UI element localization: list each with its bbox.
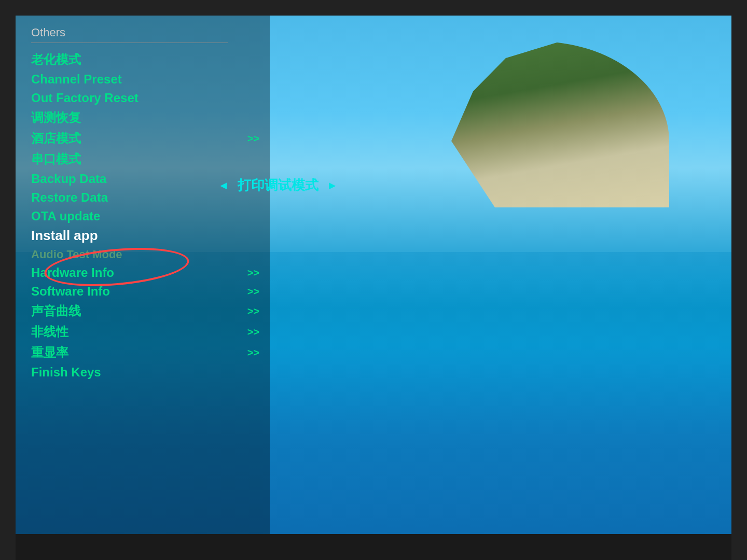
bezel-left <box>0 0 16 560</box>
menu-item-refresh-rate[interactable]: 重显率>> <box>31 342 270 363</box>
menu-item-arrow-hotel-mode: >> <box>247 133 259 145</box>
mode-arrow-left-icon: ◄ <box>218 179 229 192</box>
menu-item-label-hotel-mode: 酒店模式 <box>31 130 81 147</box>
menu-item-aging-mode[interactable]: 老化模式 <box>31 49 270 70</box>
menu-item-arrow-sound-curve: >> <box>247 305 259 317</box>
menu-item-label-finish-keys: Finish Keys <box>31 365 101 380</box>
menu-item-label-ota-update: OTA update <box>31 209 100 223</box>
mode-indicator-text: 打印调试模式 <box>238 176 319 194</box>
menu-item-label-sound-curve: 声音曲线 <box>31 303 81 319</box>
menu-item-hardware-info[interactable]: Hardware Info>> <box>31 263 270 282</box>
menu-divider <box>31 43 228 43</box>
menu-items-container: 老化模式Channel PresetOut Factory Reset调测恢复酒… <box>31 49 270 382</box>
menu-item-arrow-refresh-rate: >> <box>247 347 259 359</box>
tv-screen: Others 老化模式Channel PresetOut Factory Res… <box>0 0 747 560</box>
menu-item-label-debug-restore: 调测恢复 <box>31 109 81 126</box>
menu-item-out-factory-reset[interactable]: Out Factory Reset <box>31 89 270 107</box>
menu-item-hotel-mode[interactable]: 酒店模式>> <box>31 128 270 149</box>
menu-item-arrow-hardware-info: >> <box>247 267 259 279</box>
menu-item-serial-mode[interactable]: 串口模式 <box>31 149 270 170</box>
menu-item-nonlinear[interactable]: 非线性>> <box>31 321 270 342</box>
menu-item-label-backup-data: Backup Data <box>31 172 106 186</box>
menu-item-debug-restore[interactable]: 调测恢复 <box>31 107 270 128</box>
menu-item-label-hardware-info: Hardware Info <box>31 265 114 280</box>
bezel-bottom <box>0 534 747 560</box>
menu-item-label-nonlinear: 非线性 <box>31 324 68 340</box>
bezel-top <box>0 0 747 16</box>
menu-item-arrow-nonlinear: >> <box>247 326 259 338</box>
menu-item-label-install-app: Install app <box>31 228 98 244</box>
menu-item-ota-update[interactable]: OTA update <box>31 207 270 226</box>
menu-item-finish-keys[interactable]: Finish Keys <box>31 363 270 382</box>
menu-item-label-refresh-rate: 重显率 <box>31 344 68 361</box>
menu-item-label-restore-data: Restore Data <box>31 190 108 205</box>
menu-item-arrow-software-info: >> <box>247 286 259 298</box>
menu-item-audio-test[interactable]: Audio Test Mode <box>31 246 270 263</box>
menu-title: Others <box>31 26 270 39</box>
bezel-right <box>731 0 747 560</box>
menu-item-sound-curve[interactable]: 声音曲线>> <box>31 301 270 321</box>
mode-indicator: ◄ 打印调试模式 ► <box>218 176 338 194</box>
menu-item-label-audio-test: Audio Test Mode <box>31 248 122 261</box>
menu-item-label-serial-mode: 串口模式 <box>31 151 81 167</box>
menu-item-label-channel-preset: Channel Preset <box>31 72 122 87</box>
mode-arrow-right-icon: ► <box>327 179 338 192</box>
menu-item-label-aging-mode: 老化模式 <box>31 51 81 68</box>
menu-item-install-app[interactable]: Install app <box>31 226 270 246</box>
menu-panel: Others 老化模式Channel PresetOut Factory Res… <box>31 21 270 387</box>
menu-item-software-info[interactable]: Software Info>> <box>31 282 270 301</box>
menu-item-label-out-factory-reset: Out Factory Reset <box>31 91 139 105</box>
menu-item-label-software-info: Software Info <box>31 284 110 299</box>
menu-item-channel-preset[interactable]: Channel Preset <box>31 70 270 89</box>
